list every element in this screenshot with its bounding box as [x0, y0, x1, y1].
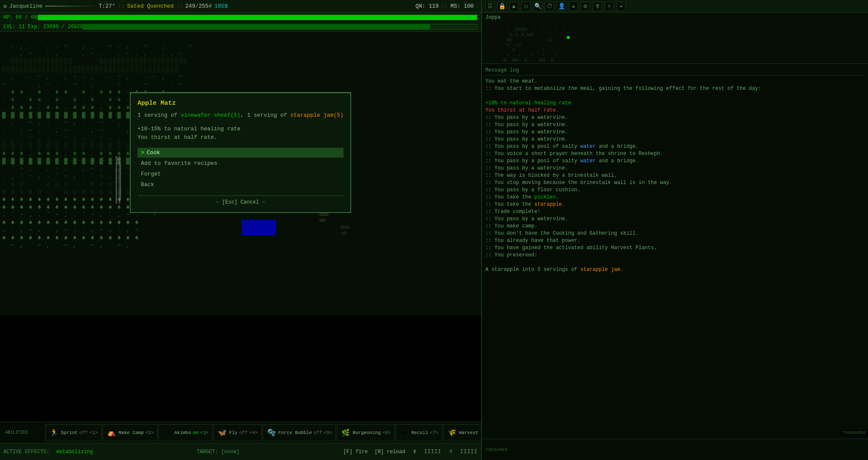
star-icon[interactable]: ★	[569, 2, 578, 11]
effect-line-1: +10-15% to natural healing rate	[138, 125, 344, 133]
msg-watervine-3: :: You pass by a watervine.	[485, 129, 865, 136]
msg-take-starapple: :: You take the starapple.	[485, 201, 865, 208]
ability-akimbo[interactable]: ⚔ Akimbo on <3>	[158, 424, 212, 441]
hp-bar-track	[37, 14, 478, 20]
fly-key: <4>	[249, 430, 258, 435]
map-icon[interactable]: ▲	[509, 2, 519, 11]
akimbo-state: on	[193, 430, 198, 435]
msg-watervine-6: :: You pass by a watervine.	[485, 216, 865, 223]
fly-icon: 🦋	[217, 428, 227, 438]
ability-make-camp[interactable]: ⛺ Make Camp <2>	[103, 424, 158, 441]
msg-salty-pool-2: :: You pass by a pool of salty water and…	[485, 158, 865, 165]
msg-blank-2	[485, 259, 865, 266]
character-name: Jacqueline	[9, 3, 43, 9]
menu-cook[interactable]: > Cook	[138, 148, 344, 158]
search-icon[interactable]: 🔍	[533, 2, 542, 11]
watermark: THEGAMER	[840, 429, 868, 436]
msg-floor-cushion: :: You pass by a floor cushion.	[485, 187, 865, 194]
message-log-title: Message log	[485, 67, 865, 75]
screenshot-icon[interactable]: ◻	[521, 2, 530, 11]
abilities-title: ABILITIES	[2, 430, 44, 435]
msg-metabolize: :: You start to metabolize the meal, gai…	[485, 85, 865, 92]
timer-icon[interactable]: ⏱	[545, 2, 554, 11]
ms-stat: MS: 100	[450, 3, 474, 9]
ability-fly[interactable]: 🦋 Fly off <4>	[213, 424, 261, 441]
menu-forget[interactable]: Forget	[138, 169, 344, 179]
player-tile	[242, 220, 276, 235]
msg-blocked: :: The way is blocked by a brinestalk wa…	[485, 172, 865, 179]
msg-eat-meat: You eat the meat.	[485, 78, 865, 85]
reload-label: [R] reload	[375, 449, 405, 455]
akimbo-key: <3>	[200, 430, 209, 435]
force-bubble-icon: 🫧	[266, 428, 277, 438]
msg-healing: +10% to natural healing rate	[485, 100, 865, 107]
ammo-icon: 🗡	[412, 448, 417, 455]
bottom-status-bar: ACTIVE EFFECTS: metabolizing TARGET: [no…	[0, 443, 481, 460]
fire-label: [F] fire	[343, 449, 368, 455]
harvest-label: Harvest	[459, 430, 478, 435]
hp-label: HP: 66 / 66	[3, 14, 37, 20]
dialog-effects: +10-15% to natural healing rate You thir…	[138, 125, 344, 142]
dialog-menu: > Cook Add to favorite recipes Forget Ba…	[138, 148, 344, 190]
lightning-icon[interactable]: ⚡	[604, 2, 614, 11]
target-label: TARGET: [none]	[197, 449, 240, 455]
minimap-location-label: Joppa	[485, 14, 501, 20]
make-camp-key: <2>	[146, 430, 154, 435]
fly-label: Fly	[229, 430, 238, 435]
msg-preserved: :: You preserved:	[485, 252, 865, 259]
msg-prayer: :: You voice a short prayer beneath the …	[485, 150, 865, 158]
burgeoning-label: Burgeoning	[352, 430, 381, 435]
recipe-dialog: Apple Matz 1 serving of vinewafer sheaf(…	[130, 92, 351, 213]
recoil-label: Recoil	[411, 430, 428, 435]
exp-bar-row: LVL: 11 Exp: 23090 / 26020	[0, 22, 481, 32]
turn-sep	[45, 6, 96, 7]
minimap-player-dot	[567, 36, 570, 39]
cancel-hint: [Esc] Cancel	[222, 199, 259, 205]
burgeoning-key: <6>	[382, 430, 391, 435]
msg-salty-pool-1: :: You pass by a pool of salty water and…	[485, 143, 865, 150]
make-camp-icon: ⛺	[106, 428, 117, 438]
game-structure-2: ││││││	[119, 164, 122, 200]
recoil-key: <7>	[430, 430, 438, 435]
ability-harvest[interactable]: 🌾 Harvest	[443, 424, 482, 441]
pickles-text: pickles	[534, 194, 556, 200]
harvest-icon: 🌾	[447, 428, 457, 438]
force-bubble-state: off	[314, 430, 322, 435]
jam-text: starapple jam	[580, 267, 620, 273]
msg-stop-moving: :: You stop moving because the brinestal…	[485, 179, 865, 187]
ingredient-1: vinewafer sheaf(1)	[180, 112, 240, 118]
menu-icon[interactable]: ☰	[485, 2, 495, 11]
msg-make-camp: :: You make camp.	[485, 223, 865, 230]
active-effects-label: ACTIVE EFFECTS:	[3, 449, 49, 455]
dialog-border-top	[131, 93, 350, 95]
msg-watervine-5: :: You pass by a watervine.	[485, 165, 865, 172]
menu-back[interactable]: Back	[138, 180, 344, 190]
hp-stat: 249/255#	[185, 3, 212, 9]
char-icon: ⚙	[3, 3, 7, 10]
lock-icon[interactable]: 🔒	[497, 2, 507, 11]
watermark-text: THEGAMER	[843, 430, 865, 435]
game-buildings-2: ⌂⌂⌂⌂⌂	[341, 224, 350, 236]
ability-sprint[interactable]: 🏃 Sprint off <1>	[45, 424, 102, 441]
game-buildings: ⌂⌂⌂⌂⌂	[319, 211, 329, 223]
menu-forget-label: Forget	[141, 171, 161, 177]
ammo-current: IIIII	[424, 449, 441, 455]
minimap-area: Joppa · □□□□ · · · · □ □ □ □□ · □□ · □ □…	[482, 13, 868, 64]
ability-recoil[interactable]: ↩ Recoil <7>	[395, 424, 442, 441]
right-bottom-bar: THEGAMER	[482, 439, 868, 460]
ability-force-bubble[interactable]: 🫧 Force Bubble off <5>	[263, 424, 336, 441]
player-icon[interactable]: 👤	[557, 2, 566, 11]
starapple-text: starapple	[534, 201, 562, 207]
ability-burgeoning[interactable]: 🌿 Burgeoning <6>	[337, 424, 395, 441]
icon-toolbar: ☰ 🔒 ▲ ◻ 🔍 ⏱ 👤 ★ ⚙ 🗡 ⚡ ✦	[485, 2, 626, 11]
sparkle-icon[interactable]: ✦	[616, 2, 626, 11]
selected-arrow: >	[141, 150, 144, 156]
stat-bars: HP: 66 / 66 LVL: 11 Exp: 23090 / 26020	[0, 13, 481, 32]
dialog-ingredients: 1 serving of vinewafer sheaf(1), 1 servi…	[138, 111, 344, 120]
water-text-1: water	[580, 144, 596, 150]
menu-add-favorites[interactable]: Add to favorite recipes	[138, 158, 344, 168]
gear-icon[interactable]: ⚙	[581, 2, 590, 11]
sword-icon[interactable]: 🗡	[593, 2, 602, 11]
msg-take-pickles: :: You take the pickles.	[485, 194, 865, 201]
force-bubble-label: Force Bubble	[278, 430, 312, 435]
